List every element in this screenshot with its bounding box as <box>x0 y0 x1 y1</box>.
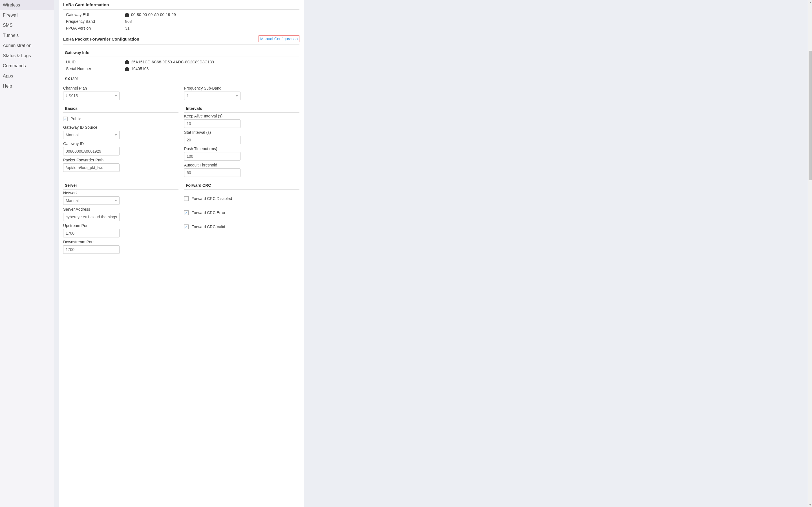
stat-interval-input[interactable] <box>184 136 241 144</box>
upstream-port-label: Upstream Port <box>63 223 179 228</box>
scrollbar-thumb[interactable] <box>809 51 812 180</box>
serial-label: Serial Number <box>66 66 125 71</box>
downstream-port-label: Downstream Port <box>63 240 179 244</box>
chevron-down-icon <box>115 134 117 136</box>
gateway-eui-label: Gateway EUI <box>66 12 125 17</box>
freq-subband-label: Frequency Sub-Band <box>184 86 299 91</box>
forward-crc-valid-checkbox[interactable] <box>184 224 189 229</box>
manual-configuration-link[interactable]: Manual Configuration <box>259 36 299 42</box>
serial-value: 19405103 <box>131 66 149 71</box>
fpga-label: FPGA Version <box>66 26 125 31</box>
forward-crc-error-checkbox[interactable] <box>184 210 189 215</box>
subsection-gateway-info: Gateway Info <box>63 48 299 57</box>
uuid-value: 25A151CD-6C68-9D59-4ADC-8C2C89D8C189 <box>131 60 214 64</box>
autoquit-label: Autoquit Threshold <box>184 163 299 167</box>
upstream-port-input[interactable] <box>63 229 119 237</box>
public-checkbox[interactable] <box>63 117 68 121</box>
gw-id-source-label: Gateway ID Source <box>63 125 179 129</box>
pkt-fwd-path-input[interactable] <box>63 163 119 172</box>
stat-interval-label: Stat Interval (s) <box>184 130 299 135</box>
freq-subband-select[interactable]: 1 <box>184 92 241 100</box>
sidebar-item-administration[interactable]: Administration <box>0 41 54 51</box>
gateway-id-label: Gateway ID <box>63 142 179 146</box>
sidebar: Wireless Firewall SMS Tunnels Administra… <box>0 0 54 507</box>
server-address-input[interactable] <box>63 213 119 221</box>
network-select[interactable]: Manual <box>63 196 119 205</box>
sidebar-item-commands[interactable]: Commands <box>0 61 54 71</box>
main-panel: LoRa Card Information Gateway EUI 00-80-… <box>59 0 304 507</box>
push-timeout-input[interactable] <box>184 152 241 161</box>
subsection-server: Server <box>63 180 179 189</box>
uuid-label: UUID <box>66 60 125 64</box>
subsection-sx1301: SX1301 <box>63 74 299 83</box>
sidebar-item-wireless[interactable]: Wireless <box>0 0 54 10</box>
keepalive-label: Keep Alive Interval (s) <box>184 114 299 118</box>
subsection-forward-crc: Forward CRC <box>184 180 299 189</box>
section-title: LoRa Card Information <box>63 2 109 7</box>
scroll-up-button[interactable]: ▴ <box>808 0 812 4</box>
gw-id-source-select[interactable]: Manual <box>63 131 119 139</box>
clipboard-icon[interactable] <box>125 60 129 64</box>
sidebar-item-sms[interactable]: SMS <box>0 20 54 31</box>
chevron-down-icon <box>115 200 117 202</box>
keepalive-input[interactable] <box>184 119 241 128</box>
autoquit-input[interactable] <box>184 168 241 177</box>
forward-crc-disabled-label: Forward CRC Disabled <box>192 196 232 201</box>
scrollbar[interactable]: ▴ ▾ <box>808 0 812 507</box>
forward-crc-disabled-checkbox[interactable] <box>184 196 189 201</box>
clipboard-icon[interactable] <box>125 67 129 71</box>
network-label: Network <box>63 191 179 195</box>
section-title: LoRa Packet Forwarder Configuration <box>63 37 139 41</box>
forward-crc-valid-label: Forward CRC Valid <box>192 224 225 229</box>
chevron-down-icon <box>236 95 238 97</box>
public-label: Public <box>70 117 81 121</box>
chevron-down-icon <box>115 95 117 97</box>
gateway-id-input[interactable] <box>63 147 119 156</box>
forward-crc-error-label: Forward CRC Error <box>192 210 225 215</box>
scroll-down-button[interactable]: ▾ <box>808 503 812 507</box>
channel-plan-label: Channel Plan <box>63 86 179 91</box>
sidebar-item-status-logs[interactable]: Status & Logs <box>0 51 54 61</box>
subsection-basics: Basics <box>63 103 179 113</box>
freq-band-label: Frequency Band <box>66 19 125 24</box>
downstream-port-input[interactable] <box>63 245 119 254</box>
pkt-fwd-path-label: Packet Forwarder Path <box>63 158 179 162</box>
sidebar-item-apps[interactable]: Apps <box>0 71 54 81</box>
section-lora-card: LoRa Card Information <box>63 0 299 10</box>
freq-band-value: 868 <box>125 19 132 24</box>
subsection-intervals: Intervals <box>184 103 299 113</box>
server-address-label: Server Address <box>63 207 179 212</box>
sidebar-item-firewall[interactable]: Firewall <box>0 10 54 20</box>
fpga-value: 31 <box>125 26 130 31</box>
gateway-eui-value: 00-80-00-00-A0-00-19-29 <box>131 12 176 17</box>
sidebar-item-tunnels[interactable]: Tunnels <box>0 31 54 41</box>
sidebar-item-help[interactable]: Help <box>0 81 54 91</box>
section-pkt-fwd: LoRa Packet Forwarder Configuration Manu… <box>63 33 299 45</box>
channel-plan-select[interactable]: US915 <box>63 92 119 100</box>
push-timeout-label: Push Timeout (ms) <box>184 147 299 151</box>
clipboard-icon[interactable] <box>125 13 129 17</box>
